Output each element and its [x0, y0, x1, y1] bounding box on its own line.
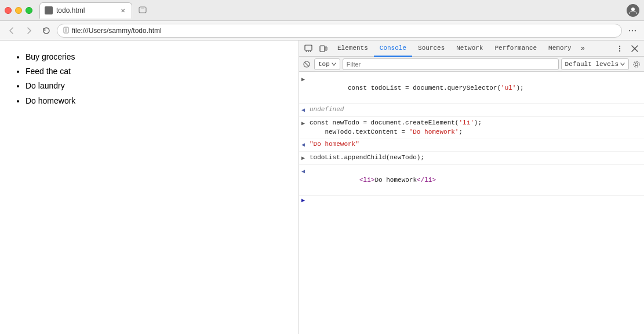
code-text: );	[474, 119, 482, 126]
list-item: Do homework	[26, 94, 287, 108]
inspect-element-button[interactable]	[301, 42, 315, 56]
account-icon[interactable]	[627, 4, 639, 17]
context-selector[interactable]: top	[314, 58, 340, 70]
svg-point-18	[619, 50, 620, 51]
tab-close-button[interactable]: ✕	[119, 6, 127, 14]
row-content: "Do homework"	[310, 140, 642, 149]
menu-dots-icon	[628, 26, 637, 35]
title-bar: todo.html ✕	[0, 0, 644, 21]
row-content: const todoList = document.querySelector(…	[310, 74, 642, 102]
svg-point-23	[635, 63, 638, 65]
refresh-button[interactable]	[39, 24, 53, 38]
row-arrow-icon: ◀	[301, 166, 310, 177]
context-value: top	[318, 61, 330, 68]
code-text: todoList = document.querySelector(	[371, 85, 501, 91]
devtools-toolbar: Elements Console Sources Network Perform…	[299, 41, 644, 57]
traffic-lights	[5, 7, 32, 14]
svg-point-17	[619, 47, 620, 49]
console-input-row[interactable]: ▶	[299, 196, 644, 205]
console-settings-button[interactable]	[631, 59, 642, 69]
main-area: Buy groceries Feed the cat Do laundry Do…	[0, 41, 644, 334]
refresh-icon	[42, 27, 50, 35]
nav-bar: file:///Users/sammy/todo.html	[0, 21, 644, 41]
browser-tab[interactable]: todo.html ✕	[39, 2, 132, 19]
person-icon	[629, 6, 637, 14]
url-text: file:///Users/sammy/todo.html	[72, 27, 616, 35]
devtools-toolbar-right	[613, 42, 642, 56]
row-arrow-icon: ▶	[301, 153, 310, 163]
list-item: Do laundry	[26, 79, 287, 93]
lock-icon	[63, 27, 69, 35]
close-button[interactable]	[5, 7, 12, 14]
row-content: const newTodo = document.createElement('…	[310, 118, 642, 137]
tab-performance[interactable]: Performance	[489, 41, 543, 57]
code-text: newTodo.textContent =	[310, 129, 409, 135]
devtools-more-options-button[interactable]	[613, 42, 627, 56]
clear-icon	[303, 60, 311, 68]
list-item: Buy groceries	[26, 50, 287, 64]
address-bar[interactable]: file:///Users/sammy/todo.html	[57, 24, 622, 38]
close-devtools-button[interactable]	[628, 42, 642, 56]
console-row: ◀ <li>Do homework</li>	[299, 165, 644, 196]
forward-button[interactable]	[22, 24, 36, 38]
svg-rect-15	[325, 47, 327, 50]
tab-memory[interactable]: Memory	[543, 41, 577, 57]
code-tag: </li>	[417, 177, 436, 183]
tab-elements[interactable]: Elements	[332, 41, 374, 57]
menu-button[interactable]	[625, 24, 639, 38]
tab-sources[interactable]: Sources	[412, 41, 450, 57]
device-icon	[319, 45, 328, 53]
back-button[interactable]	[5, 24, 19, 38]
device-toggle-button[interactable]	[316, 42, 330, 56]
svg-point-2	[631, 8, 635, 11]
console-row: ◀ "Do homework"	[299, 138, 644, 152]
code-indent: <li>Do homework</li>	[359, 177, 436, 183]
code-text: newTodo = document.createElement(	[333, 119, 459, 126]
console-filter-input[interactable]	[343, 58, 559, 70]
console-row: ▶ const todoList = document.querySelecto…	[299, 73, 644, 104]
tab-network[interactable]: Network	[450, 41, 489, 57]
maximize-button[interactable]	[26, 7, 32, 14]
svg-point-9	[635, 30, 636, 31]
chevron-down-icon	[332, 63, 336, 66]
row-arrow-icon: ▶	[301, 118, 310, 129]
list-item: Feed the cat	[26, 64, 287, 79]
svg-rect-1	[141, 7, 144, 9]
more-tabs-button[interactable]: »	[577, 45, 588, 53]
log-level-selector[interactable]: Default levels	[561, 58, 629, 70]
vertical-dots-icon	[616, 45, 624, 53]
code-tag: <li>	[359, 177, 374, 183]
close-icon	[631, 45, 638, 52]
minimize-button[interactable]	[15, 7, 22, 14]
svg-rect-10	[305, 45, 312, 50]
row-arrow-icon: ◀	[301, 140, 310, 150]
tab-title: todo.html	[56, 6, 115, 14]
code-text: Do homework	[374, 177, 417, 183]
console-output[interactable]: ▶ const todoList = document.querySelecto…	[299, 72, 644, 334]
row-content: todoList.appendChild(newTodo);	[310, 153, 642, 162]
svg-point-7	[629, 30, 630, 31]
row-content: <li>Do homework</li>	[310, 166, 642, 194]
file-icon	[63, 27, 69, 34]
console-cursor	[310, 197, 314, 204]
new-tab-icon	[139, 6, 147, 14]
row-arrow-icon: ◀	[301, 105, 310, 115]
code-string: 'Do homework'	[409, 129, 459, 135]
log-level-value: Default levels	[565, 61, 618, 68]
code-string: 'li'	[459, 119, 474, 126]
tab-bar: todo.html ✕	[39, 2, 622, 19]
tab-console[interactable]: Console	[374, 41, 412, 57]
back-icon	[8, 27, 16, 35]
svg-rect-14	[320, 46, 325, 52]
chevron-down-icon-level	[620, 63, 625, 66]
console-toolbar: top Default levels	[299, 57, 644, 72]
svg-point-13	[310, 50, 311, 52]
row-arrow-icon: ▶	[301, 74, 310, 85]
code-text: ;	[459, 129, 463, 135]
console-row: ◀ undefined	[299, 104, 644, 117]
new-tab-button[interactable]	[134, 2, 151, 19]
console-row: ▶ todoList.appendChild(newTodo);	[299, 152, 644, 165]
clear-console-button[interactable]	[301, 59, 312, 69]
inspect-icon	[304, 45, 312, 53]
forward-icon	[25, 27, 33, 35]
